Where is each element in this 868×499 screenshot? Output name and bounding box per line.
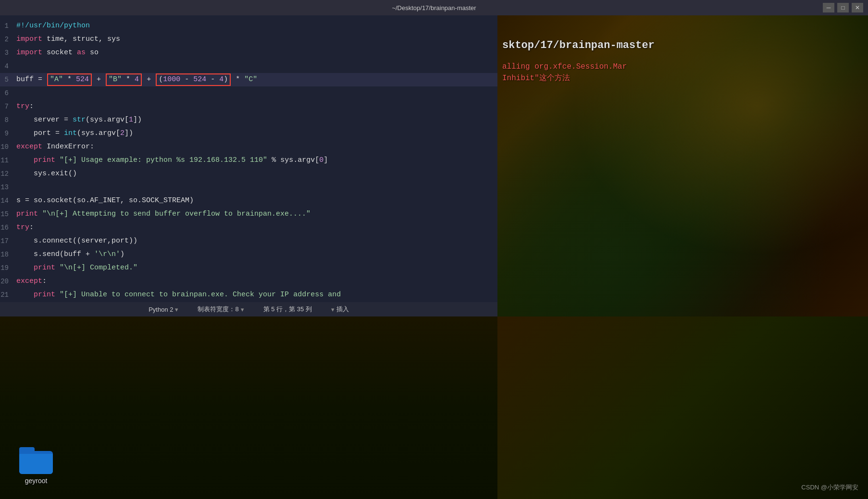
line-content-12: sys.exit() <box>14 167 497 181</box>
folder-tab <box>19 447 35 453</box>
code-line-1: 1 #!/usr/bin/python <box>0 19 497 33</box>
code-line-9: 9 port = int(sys.argv[2]) <box>0 127 497 140</box>
close-button[interactable]: ✕ <box>852 3 863 12</box>
window-controls[interactable]: ─ □ ✕ <box>823 3 863 12</box>
line-number-4: 4 <box>0 60 14 73</box>
code-line-3: 3 import socket as so <box>0 46 497 60</box>
position-status: 第 5 行，第 35 列 <box>263 305 312 314</box>
line-number-18: 18 <box>0 248 14 261</box>
right-error-line1: alling org.xfce.Session.Mar <box>502 61 863 73</box>
code-line-14: 14 s = so.socket(so.AF_INET, so.SOCK_STR… <box>0 194 497 207</box>
red-box-a: "A" * 524 <box>47 73 92 86</box>
status-bar: Python 2 ▾ 制表符宽度：8 ▾ 第 5 行，第 35 列 ▾ 插入 <box>0 302 497 316</box>
tab-width-status[interactable]: 制表符宽度：8 ▾ <box>198 305 244 314</box>
line-number-17: 17 <box>0 234 14 248</box>
line-number-10: 10 <box>0 140 14 154</box>
code-line-11: 11 print "[+] Usage example: python %s 1… <box>0 154 497 167</box>
language-label: Python 2 <box>149 306 173 313</box>
line-content-4 <box>14 60 497 73</box>
line-content-21: print "[+] Unable to connect to brainpan… <box>14 288 497 302</box>
code-area[interactable]: 1 #!/usr/bin/python 2 import time, struc… <box>0 15 497 302</box>
red-box-c: (1000 - 524 - 4) <box>156 73 231 86</box>
folder-label: geyroot <box>25 477 48 485</box>
line-number-16: 16 <box>0 221 14 234</box>
code-line-17: 17 s.connect((server,port)) <box>0 234 497 248</box>
title-bar: ~/Desktop/17/brainpan-master ─ □ ✕ <box>0 0 868 15</box>
line-content-11: print "[+] Usage example: python %s 192.… <box>14 154 497 167</box>
line-number-12: 12 <box>0 167 14 181</box>
line-content-10: except IndexError: <box>14 140 497 154</box>
bottom-area: geyroot CSDN @小荣学网安 <box>0 316 868 499</box>
minimize-button[interactable]: ─ <box>823 3 834 12</box>
mode-label: 插入 <box>336 305 349 314</box>
line-number-6: 6 <box>0 86 14 100</box>
line-content-9: port = int(sys.argv[2]) <box>14 127 497 140</box>
line-content-3: import socket as so <box>14 46 497 60</box>
code-line-5: 5 buff = "A" * 524 + "B" * 4 + (1000 - 5… <box>0 73 497 86</box>
line-content-8: server = str(sys.argv[1]) <box>14 113 497 127</box>
code-line-21: 21 print "[+] Unable to connect to brain… <box>0 288 497 302</box>
code-line-8: 8 server = str(sys.argv[1]) <box>0 113 497 127</box>
line-content-18: s.send(buff + '\r\n') <box>14 248 497 261</box>
editor-panel: 1 #!/usr/bin/python 2 import time, struc… <box>0 15 497 316</box>
line-number-11: 11 <box>0 154 14 167</box>
tab-arrow: ▾ <box>241 306 244 313</box>
language-status[interactable]: Python 2 ▾ <box>149 306 178 313</box>
line-content-7: try: <box>14 100 497 113</box>
desktop-bottom-right: CSDN @小荣学网安 <box>497 316 868 499</box>
watermark: CSDN @小荣学网安 <box>801 483 858 492</box>
right-panel: sktop/17/brainpan-master alling org.xfce… <box>497 15 868 316</box>
window-title: ~/Desktop/17/brainpan-master <box>392 4 476 12</box>
folder-front <box>19 454 53 474</box>
line-number-20: 20 <box>0 275 14 288</box>
line-number-2: 2 <box>0 33 14 46</box>
red-box-b: "B" * 4 <box>106 73 142 86</box>
folder-icon[interactable]: geyroot <box>19 447 53 485</box>
mode-status[interactable]: ▾ 插入 <box>331 305 349 314</box>
desktop-bottom-left: geyroot <box>0 316 497 499</box>
line-number-9: 9 <box>0 127 14 140</box>
line-number-14: 14 <box>0 194 14 207</box>
line-number-5: 5 <box>0 73 14 86</box>
right-error-line2: Inhibit"这个方法 <box>502 73 863 84</box>
line-content-20: except: <box>14 275 497 288</box>
folder-shape <box>19 447 53 474</box>
tab-width-label: 制表符宽度：8 <box>198 305 238 314</box>
code-line-12: 12 sys.exit() <box>0 167 497 181</box>
code-line-7: 7 try: <box>0 100 497 113</box>
line-number-8: 8 <box>0 113 14 127</box>
line-number-7: 7 <box>0 100 14 113</box>
line-number-15: 15 <box>0 207 14 221</box>
line-content-16: try: <box>14 221 497 234</box>
code-line-6: 6 <box>0 86 497 100</box>
line-content-2: import time, struct, sys <box>14 33 497 46</box>
code-line-16: 16 try: <box>0 221 497 234</box>
language-arrow: ▾ <box>175 306 178 313</box>
line-content-17: s.connect((server,port)) <box>14 234 497 248</box>
maximize-button[interactable]: □ <box>837 3 849 12</box>
line-content-1: #!/usr/bin/python <box>14 19 497 33</box>
code-line-4: 4 <box>0 60 497 73</box>
code-line-20: 20 except: <box>0 275 497 288</box>
code-line-18: 18 s.send(buff + '\r\n') <box>0 248 497 261</box>
line-number-1: 1 <box>0 19 14 33</box>
line-number-13: 13 <box>0 181 14 194</box>
position-label: 第 5 行，第 35 列 <box>263 305 312 314</box>
line-number-21: 21 <box>0 288 14 302</box>
line-number-19: 19 <box>0 261 14 275</box>
line-content-15: print "\n[+] Attempting to send buffer o… <box>14 207 497 221</box>
mode-arrow: ▾ <box>331 306 335 313</box>
right-path-text: sktop/17/brainpan-master <box>502 39 863 51</box>
right-error-text: alling org.xfce.Session.Mar Inhibit"这个方法 <box>502 61 863 84</box>
line-content-5: buff = "A" * 524 + "B" * 4 + (1000 - 524… <box>14 73 497 86</box>
code-line-10: 10 except IndexError: <box>0 140 497 154</box>
line-content-19: print "\n[+] Completed." <box>14 261 497 275</box>
code-line-15: 15 print "\n[+] Attempting to send buffe… <box>0 207 497 221</box>
code-line-2: 2 import time, struct, sys <box>0 33 497 46</box>
line-content-14: s = so.socket(so.AF_INET, so.SOCK_STREAM… <box>14 194 497 207</box>
line-number-3: 3 <box>0 46 14 60</box>
right-text-overlay: sktop/17/brainpan-master alling org.xfce… <box>502 39 863 84</box>
line-content-13 <box>14 181 497 194</box>
main-layout: 1 #!/usr/bin/python 2 import time, struc… <box>0 15 868 316</box>
line-content-6 <box>14 86 497 100</box>
